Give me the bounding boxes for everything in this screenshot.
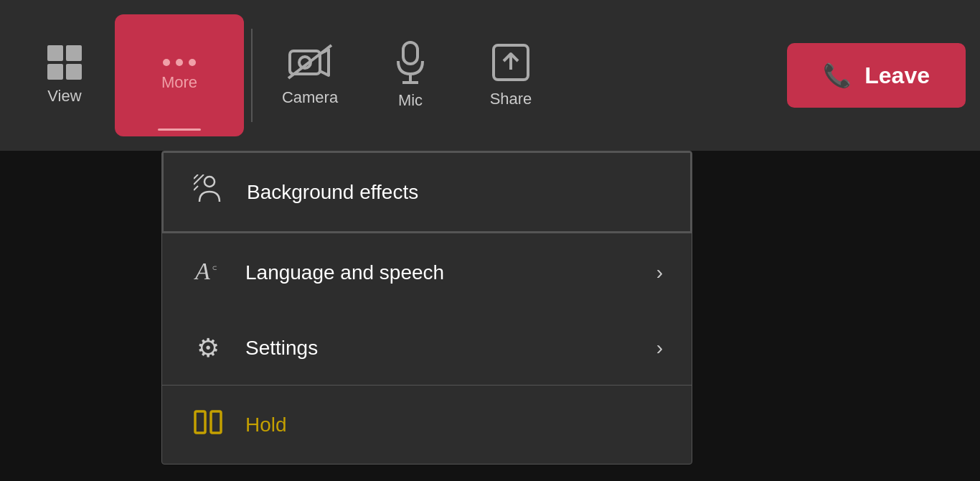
menu-item-hold[interactable]: Hold	[162, 386, 692, 464]
hold-icon	[191, 407, 225, 442]
leave-phone-icon: 📞	[823, 62, 852, 89]
more-dropdown-menu: Background effects A ꜀ Language and spee…	[161, 151, 692, 464]
mic-button[interactable]: Mic	[360, 14, 461, 136]
view-grid-icon	[47, 45, 82, 80]
camera-button[interactable]: Camera	[260, 14, 360, 136]
language-speech-chevron: ›	[656, 261, 663, 284]
svg-line-12	[194, 186, 198, 190]
svg-rect-4	[403, 42, 418, 64]
menu-item-background-effects[interactable]: Background effects	[162, 151, 692, 233]
menu-item-language-speech[interactable]: A ꜀ Language and speech ›	[162, 233, 692, 312]
svg-rect-15	[195, 411, 205, 433]
mic-label: Mic	[398, 91, 423, 110]
svg-text:A: A	[194, 258, 210, 284]
background-effects-label: Background effects	[247, 181, 661, 204]
share-icon	[491, 42, 531, 83]
svg-rect-16	[211, 411, 221, 433]
toolbar: View More Camera	[0, 0, 980, 151]
leave-button[interactable]: 📞 Leave	[787, 43, 966, 108]
toolbar-divider	[251, 29, 253, 122]
view-label: View	[47, 87, 81, 106]
settings-chevron: ›	[656, 337, 663, 360]
share-label: Share	[490, 90, 532, 108]
camera-off-icon	[287, 44, 333, 81]
svg-line-11	[194, 174, 204, 185]
svg-point-9	[204, 177, 215, 187]
language-speech-icon: A ꜀	[191, 255, 225, 290]
leave-label: Leave	[864, 62, 930, 89]
share-button[interactable]: Share	[461, 14, 561, 136]
settings-label: Settings	[245, 337, 636, 360]
background-effects-icon	[192, 174, 227, 210]
more-label: More	[161, 73, 197, 92]
svg-rect-0	[290, 51, 320, 74]
svg-text:꜀: ꜀	[212, 255, 217, 271]
dots-icon	[163, 59, 196, 66]
mic-icon	[395, 41, 425, 84]
more-button[interactable]: More	[115, 14, 244, 136]
camera-label: Camera	[282, 88, 338, 107]
language-speech-label: Language and speech	[245, 261, 636, 284]
view-button[interactable]: View	[14, 14, 115, 136]
svg-line-10	[194, 174, 198, 179]
menu-item-settings[interactable]: ⚙ Settings ›	[162, 312, 692, 385]
settings-gear-icon: ⚙	[191, 333, 225, 363]
hold-label: Hold	[245, 414, 663, 436]
